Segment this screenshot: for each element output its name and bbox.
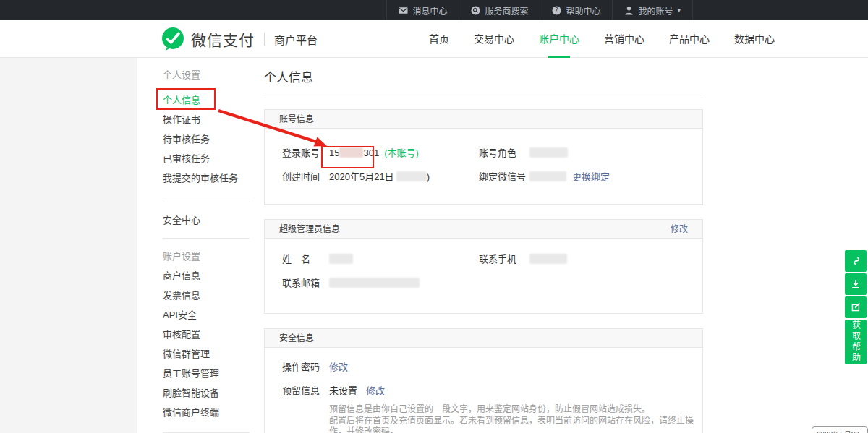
sidebar-item-face-smart-device[interactable]: 刷脸智能设备 [163,383,250,403]
sidebar-item-wechat-group-mgmt[interactable]: 微信群管理 [163,344,250,364]
sidebar: 个人设置 个人信息 操作证书 待审核任务 已审核任务 我提交的审核任务 安全中心… [163,65,250,433]
sidebar-item-pending-review-tasks[interactable]: 待审核任务 [163,129,250,149]
brand-name: 微信支付 [191,28,255,50]
nav-transaction-center[interactable]: 交易中心 [461,20,527,58]
login-account-label: 登录账号 [282,141,320,165]
super-admin-card: 超级管理员信息 修改 姓 名 联系手机 联系邮箱 [264,219,703,314]
feedback-icon [851,302,861,312]
download-button[interactable] [845,273,867,295]
contact-email-value [329,271,420,295]
page-title: 个人信息 [264,67,703,85]
sidebar-item-reviewed-tasks[interactable]: 已审核任务 [163,149,250,168]
portal-name: 商户平台 [274,32,318,47]
masked-created-time [396,171,427,181]
sidebar-item-personal-info[interactable]: 个人信息 [163,90,250,110]
bound-wechat-value: 更换绑定 [529,165,610,189]
contact-phone-label: 联系手机 [479,247,516,271]
help-line: 预留信息是由你自己设置的一段文字，用来鉴定网站身份，防止假冒网站造成损失。 [329,404,702,416]
reserved-info-row: 预留信息 未设置修改 [265,379,702,403]
chevron-down-icon: ▾ [677,7,681,14]
nav-product-center[interactable]: 产品中心 [657,20,722,58]
get-help-button[interactable]: 获取帮助 [845,320,867,364]
message-center-item[interactable]: 消息中心 [386,0,459,20]
header: 微信支付 商户平台 首页 交易中心 账户中心 营销中心 产品中心 数据中心 [0,20,868,58]
created-date: 2020年5月21日 [329,171,394,182]
help-line: 配置后将在首页及充值页面显示。若未看到预留信息，表明当前访问的网站存在风险，请终… [329,416,702,433]
reserved-not-set: 未设置 [329,385,357,396]
main-content: 个人信息 账号信息 登录账号 15301(本账号) 账号角色 创建时间 2020… [264,58,703,433]
search-icon [471,6,480,15]
sidebar-item-security-center[interactable]: 安全中心 [163,210,250,230]
reserved-info-help: 预留信息是由你自己设置的一段文字，用来鉴定网站身份，防止假冒网站造成损失。 配置… [329,404,702,433]
super-admin-header-label: 超级管理员信息 [279,224,340,234]
svg-text:?: ? [556,7,559,14]
nav-account-center[interactable]: 账户中心 [527,20,592,58]
nav-home[interactable]: 首页 [417,20,461,58]
brand-divider [264,33,265,46]
super-admin-card-header: 超级管理员信息 修改 [265,220,702,239]
masked-email [329,278,420,288]
help-center-item[interactable]: ? 帮助中心 [540,0,612,20]
topbar: 消息中心 服务商搜索 ? 帮助中心 我的账号 ▾ [0,0,868,20]
reserved-info-label: 预留信息 [282,379,320,403]
main-nav: 首页 交易中心 账户中心 营销中心 产品中心 数据中心 [417,20,787,58]
masked-name [329,254,353,264]
masked-account-role [529,147,568,158]
brand-area[interactable]: 微信支付 商户平台 [161,27,318,51]
security-info-card: 安全信息 操作密码 修改 预留信息 未设置修改 预留信息是由你自己设置的一段文字… [264,328,703,433]
sidebar-item-api-security[interactable]: API安全 [163,305,250,325]
created-time-label: 创建时间 [282,165,320,189]
name-value [329,247,353,271]
user-icon [624,6,634,15]
link-icon [851,256,861,266]
left-gray-strip [0,58,137,433]
operation-password-label: 操作密码 [282,355,320,379]
sidebar-section-personal-settings: 个人设置 [163,65,250,85]
modify-reserved-link[interactable]: 修改 [366,385,385,396]
security-card-header: 安全信息 [265,329,702,348]
modify-admin-link[interactable]: 修改 [671,220,688,239]
name-label: 姓 名 [282,247,310,271]
nav-data-center[interactable]: 数据中心 [722,20,787,58]
annotation-red-box-sidebar [156,88,216,110]
account-card-header: 账号信息 [265,110,702,129]
title-divider [264,98,703,98]
operation-password-value: 修改 [329,355,348,379]
my-account-item[interactable]: 我的账号 ▾ [612,0,693,20]
message-center-label: 消息中心 [412,4,447,17]
topbar-items: 消息中心 服务商搜索 ? 帮助中心 我的账号 ▾ [386,0,693,20]
sidebar-item-wechat-merchant-terminal[interactable]: 微信商户终端 [163,403,250,422]
contact-phone-value [529,247,567,271]
wechat-pay-logo-icon [161,27,185,51]
current-account-tag: (本账号) [384,147,419,158]
masked-phone [529,254,567,264]
nav-marketing-center[interactable]: 营销中心 [592,20,657,58]
service-search-label: 服务商搜索 [485,4,528,17]
download-icon [851,279,861,289]
modify-password-link[interactable]: 修改 [329,361,348,372]
created-paren: ) [427,171,430,182]
sidebar-item-merchant-info[interactable]: 商户信息 [163,266,250,286]
security-card-body: 操作密码 修改 预留信息 未设置修改 预留信息是由你自己设置的一段文字，用来鉴定… [265,348,702,433]
contact-email-label: 联系邮箱 [282,271,320,295]
change-binding-link[interactable]: 更换绑定 [572,171,610,182]
operation-password-row: 操作密码 修改 [265,355,702,379]
sidebar-item-my-submitted-tasks[interactable]: 我提交的审核任务 [163,168,250,188]
my-account-label: 我的账号 [638,4,673,17]
admin-email-row: 联系邮箱 [265,271,702,295]
account-info-card: 账号信息 登录账号 15301(本账号) 账号角色 创建时间 2020年5月21… [264,109,703,205]
service-search-item[interactable]: 服务商搜索 [459,0,540,20]
sidebar-item-staff-account-mgmt[interactable]: 员工账号管理 [163,364,250,383]
sidebar-divider [163,238,250,239]
feedback-button[interactable] [845,296,867,318]
sidebar-item-operation-certificate[interactable]: 操作证书 [163,110,250,129]
admin-name-row: 姓 名 联系手机 [265,247,702,271]
sidebar-divider [163,202,250,202]
sidebar-item-invoice-info[interactable]: 发票信息 [163,286,250,305]
super-admin-card-body: 姓 名 联系手机 联系邮箱 [265,239,702,313]
sidebar-section-account-settings: 账户设置 [163,246,250,266]
question-icon: ? [552,6,561,15]
sidebar-item-review-config[interactable]: 审核配置 [163,325,250,344]
quick-link-button[interactable] [845,250,867,272]
envelope-icon [399,6,408,15]
